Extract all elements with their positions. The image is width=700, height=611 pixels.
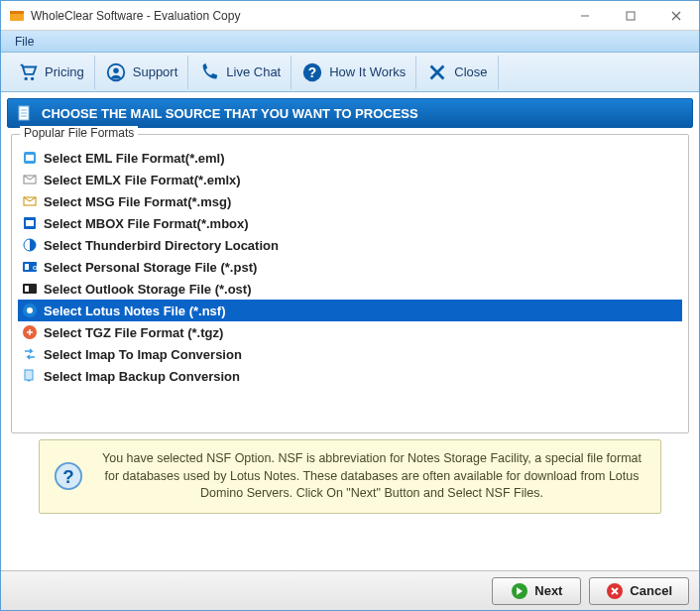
format-icon (22, 368, 38, 384)
format-item-label: Select Imap To Imap Conversion (44, 347, 242, 362)
app-window: WholeClear Software - Evaluation Copy Fi… (0, 0, 700, 611)
svg-point-9 (113, 67, 119, 73)
info-question-icon: ? (54, 461, 83, 491)
exit-icon (426, 61, 448, 83)
cancel-icon (606, 582, 624, 600)
format-icon (22, 215, 38, 231)
format-item-label: Select Outlook Storage File (*.ost) (44, 282, 251, 297)
window-title: WholeClear Software - Evaluation Copy (31, 9, 562, 23)
window-controls (562, 1, 699, 31)
format-icon (22, 324, 38, 340)
toolbar-close-label: Close (454, 64, 487, 79)
toolbar-howitworks-label: How It Works (329, 64, 406, 79)
svg-rect-29 (25, 286, 29, 292)
step-banner: CHOOSE THE MAIL SOURCE THAT YOU WANT TO … (7, 98, 693, 128)
format-icon (22, 303, 38, 318)
format-item[interactable]: Select Imap To Imap Conversion (18, 343, 682, 365)
svg-text:?: ? (308, 64, 316, 79)
window-close-button[interactable] (653, 1, 699, 31)
menu-file[interactable]: File (7, 33, 42, 51)
info-panel: ? You have selected NSF Option. NSF is a… (39, 439, 661, 514)
titlebar: WholeClear Software - Evaluation Copy (1, 1, 699, 31)
svg-point-6 (25, 76, 28, 79)
format-item[interactable]: Select EMLX File Format(*.emlx) (18, 169, 682, 190)
minimize-button[interactable] (562, 1, 608, 31)
toolbar-livechat-label: Live Chat (226, 64, 281, 79)
format-icon (22, 281, 38, 297)
content: Popular File Formats Select EML File For… (11, 134, 689, 433)
cancel-button[interactable]: Cancel (589, 577, 689, 605)
format-item-label: Select EMLX File Format(*.emlx) (44, 173, 241, 187)
phone-icon (198, 61, 220, 83)
format-item[interactable]: Select Outlook Storage File (*.ost) (18, 278, 682, 300)
info-text: You have selected NSF Option. NSF is abb… (97, 450, 646, 503)
svg-rect-26 (25, 264, 29, 270)
format-icon (22, 346, 38, 362)
question-icon: ? (301, 61, 323, 83)
toolbar-support[interactable]: Support (95, 56, 189, 89)
headset-icon (105, 61, 127, 83)
format-item[interactable]: Select MSG File Format(*.msg) (18, 190, 682, 212)
toolbar-livechat[interactable]: Live Chat (188, 56, 292, 89)
toolbar-support-label: Support (133, 64, 178, 79)
formats-fieldset: Popular File Formats Select EML File For… (11, 134, 689, 433)
footer: Next Cancel (1, 570, 699, 610)
banner-text: CHOOSE THE MAIL SOURCE THAT YOU WANT TO … (42, 106, 418, 121)
format-item[interactable]: Select Imap Backup Conversion (18, 365, 682, 387)
format-item-label: Select Personal Storage File (*.pst) (44, 260, 257, 275)
toolbar-close[interactable]: Close (416, 56, 498, 89)
format-icon (22, 237, 38, 253)
format-icon (22, 172, 38, 187)
format-item[interactable]: Select Lotus Notes File (*.nsf) (18, 300, 682, 321)
next-button[interactable]: Next (492, 577, 581, 605)
format-item[interactable]: Select MBOX File Format(*.mbox) (18, 212, 682, 234)
svg-text:?: ? (62, 466, 73, 487)
svg-text:O: O (33, 265, 38, 271)
app-icon (9, 8, 25, 24)
svg-point-31 (27, 307, 33, 313)
svg-rect-1 (10, 11, 24, 14)
next-button-label: Next (534, 583, 562, 598)
format-item[interactable]: OSelect Personal Storage File (*.pst) (18, 256, 682, 278)
format-list: Select EML File Format(*.eml)Select EMLX… (18, 147, 682, 387)
cart-icon (17, 61, 39, 83)
format-item-label: Select MSG File Format(*.msg) (44, 194, 231, 209)
toolbar: Pricing Support Live Chat ? How It Works… (1, 53, 699, 92)
svg-point-7 (31, 76, 34, 79)
svg-rect-19 (26, 155, 34, 161)
format-item[interactable]: Select Thunderbird Directory Location (18, 234, 682, 256)
menubar: File (1, 31, 699, 53)
document-icon (16, 104, 34, 122)
format-item[interactable]: Select EML File Format(*.eml) (18, 147, 682, 169)
svg-rect-33 (25, 370, 33, 380)
formats-legend: Popular File Formats (20, 126, 138, 140)
format-item-label: Select EML File Format(*.eml) (44, 151, 225, 166)
format-icon: O (22, 259, 38, 275)
format-item[interactable]: Select TGZ File Format (*.tgz) (18, 321, 682, 343)
maximize-button[interactable] (608, 1, 653, 31)
svg-rect-23 (26, 220, 34, 226)
toolbar-howitworks[interactable]: ? How It Works (292, 56, 416, 89)
format-icon (22, 193, 38, 209)
cancel-button-label: Cancel (630, 583, 672, 598)
toolbar-pricing[interactable]: Pricing (7, 56, 95, 89)
toolbar-pricing-label: Pricing (45, 64, 84, 79)
format-item-label: Select Imap Backup Conversion (44, 369, 240, 384)
svg-rect-3 (627, 12, 635, 20)
format-item-label: Select MBOX File Format(*.mbox) (44, 216, 249, 231)
format-icon (22, 150, 38, 166)
format-item-label: Select Lotus Notes File (*.nsf) (44, 304, 225, 318)
arrow-right-icon (511, 582, 528, 600)
format-item-label: Select Thunderbird Directory Location (44, 238, 279, 253)
format-item-label: Select TGZ File Format (*.tgz) (44, 325, 223, 340)
